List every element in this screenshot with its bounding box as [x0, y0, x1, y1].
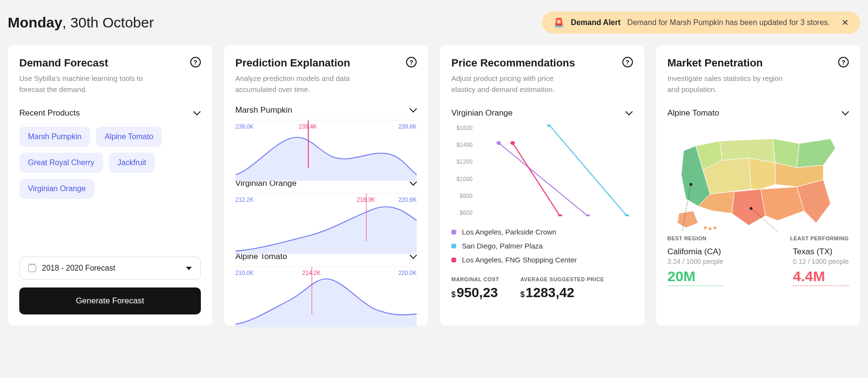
prediction-item-name: Marsh Pumpkin: [236, 105, 292, 115]
best-region-label: BEST REGION: [668, 235, 707, 241]
product-chip[interactable]: Alpine Tomato: [96, 127, 162, 147]
legend-swatch: [451, 230, 456, 235]
alert-banner[interactable]: 🚨 Demand Alert Demand for Marsh Pumpkin …: [542, 12, 860, 34]
svg-point-11: [713, 226, 716, 229]
siren-icon: 🚨: [553, 17, 564, 28]
card-title: Market Penetration: [668, 57, 793, 69]
y-tick: $1400: [451, 142, 473, 148]
stat-label: MARGINAL COST: [451, 276, 499, 282]
region-name: California (CA): [668, 247, 723, 257]
region-name: Texas (TX): [793, 247, 849, 257]
card-title: Price Recommendations: [451, 57, 577, 69]
best-region: California (CA) 3.24 / 1000 people 20M: [668, 247, 723, 286]
region-value: 20M: [668, 268, 723, 286]
chevron-down-icon: [840, 109, 849, 117]
svg-point-10: [709, 227, 711, 230]
prediction-item-header[interactable]: Marsh Pumpkin: [236, 105, 417, 115]
avg-suggested-price: AVERAGE SUGGESTED PRICE $1283,42: [520, 276, 604, 300]
least-region-label: LEAST PERFORMING: [790, 235, 849, 241]
prediction-marker: [366, 194, 367, 241]
close-icon[interactable]: ✕: [842, 17, 849, 28]
legend-item: Los Angeles, Parkside Crown: [451, 225, 633, 239]
svg-line-6: [513, 143, 560, 216]
region-per-capita: 3.24 / 1000 people: [668, 258, 723, 265]
page-title: Monday, 30th October: [8, 14, 154, 31]
prediction-chart: 210.0K 214.2K 220.0K: [236, 266, 417, 314]
legend-label: Los Angeles, Parkside Crown: [462, 228, 556, 236]
page-title-date: 30th October: [70, 14, 154, 30]
price-chart: $1600 $1400 $1200 $1000 $800 $600: [451, 125, 633, 216]
region-value: 4.4M: [793, 268, 849, 286]
legend-item: San Diego, Palmer Plaza: [451, 239, 633, 253]
market-product-select[interactable]: Alpine Tomato: [668, 108, 849, 118]
legend-label: San Diego, Palmer Plaza: [462, 242, 543, 250]
page-header: Monday, 30th October 🚨 Demand Alert Dema…: [8, 8, 860, 45]
svg-point-13: [750, 207, 752, 210]
prediction-marker: [312, 267, 313, 314]
card-price-recommendations: Price Recommendations Adjust product pri…: [440, 45, 644, 326]
chevron-down-icon: [192, 109, 201, 117]
help-icon[interactable]: ?: [622, 57, 633, 67]
card-title: Demand Forecast: [19, 57, 145, 69]
calendar-icon: [28, 264, 36, 272]
forecast-range-select[interactable]: 2018 - 2020 Forecast: [19, 257, 201, 280]
stat-value: $1283,42: [520, 285, 604, 300]
generate-forecast-button[interactable]: Generate Forecast: [19, 287, 201, 314]
svg-line-0: [549, 125, 627, 216]
y-tick: $1000: [451, 176, 473, 182]
y-tick: $1600: [451, 125, 473, 131]
legend-item: Los Angeles, FNG Shopping Center: [451, 253, 633, 267]
us-map: [668, 127, 849, 233]
recent-products-header[interactable]: Recent Products: [19, 108, 201, 118]
product-chip[interactable]: Great Royal Cherry: [19, 153, 103, 173]
marginal-cost: MARGINAL COST $950,23: [451, 276, 499, 300]
legend-swatch: [451, 244, 456, 248]
product-chip[interactable]: Marsh Pumpkin: [19, 127, 90, 147]
chevron-down-icon: [408, 106, 417, 115]
price-legend: Los Angeles, Parkside Crown San Diego, P…: [451, 225, 633, 267]
dropdown-icon: [186, 267, 192, 270]
product-chip[interactable]: Virginian Orange: [19, 179, 94, 199]
help-icon[interactable]: ?: [190, 57, 201, 67]
recent-products-label: Recent Products: [19, 108, 80, 118]
stat-label: AVERAGE SUGGESTED PRICE: [520, 276, 604, 282]
recent-products-chips: Marsh Pumpkin Alpine Tomato Great Royal …: [19, 127, 201, 199]
market-product-label: Alpine Tomato: [668, 108, 719, 118]
price-product-select[interactable]: Virginian Orange: [451, 108, 633, 118]
card-market-penetration: Market Penetration Investigate sales sta…: [656, 45, 861, 326]
card-subtitle: Investigate sales statistics by region a…: [668, 73, 793, 95]
svg-point-4: [497, 141, 501, 145]
y-tick: $600: [451, 209, 473, 216]
dashboard-grid: Demand Forecast Use Sybilla's machine le…: [8, 45, 860, 326]
card-subtitle: Adjust product pricing with price elasti…: [451, 73, 577, 95]
page-title-day: Monday: [8, 14, 62, 30]
help-icon[interactable]: ?: [406, 57, 417, 67]
card-demand-forecast: Demand Forecast Use Sybilla's machine le…: [8, 45, 212, 326]
prediction-item: Alpine Tomato 210.0K 214.2K 220.0K: [236, 252, 417, 314]
region-per-capita: 0.12 / 1000 people: [793, 258, 849, 265]
card-prediction-explanation: Prediction Explanation Analyze predictio…: [224, 45, 429, 326]
svg-point-7: [511, 141, 515, 145]
card-subtitle: Analyze prediction models and data accum…: [236, 73, 361, 95]
prediction-chart: 212.2K 216.3K 220.8K: [236, 193, 417, 241]
help-icon[interactable]: ?: [838, 57, 849, 67]
card-subtitle: Use Sybilla's machine learning tools to …: [19, 73, 145, 95]
y-tick: $1200: [451, 158, 473, 165]
price-product-label: Virginian Orange: [451, 108, 513, 118]
stat-value: $950,23: [451, 285, 499, 300]
prediction-chart: 239.0K 239.4K 239.8K: [236, 120, 417, 168]
least-region: Texas (TX) 0.12 / 1000 people 4.4M: [793, 247, 849, 286]
svg-point-9: [704, 226, 707, 229]
legend-label: Los Angeles, FNG Shopping Center: [462, 256, 577, 264]
svg-point-12: [689, 183, 692, 186]
product-chip[interactable]: Jackfruit: [109, 153, 155, 173]
forecast-range-label: 2018 - 2020 Forecast: [42, 264, 115, 273]
prediction-marker: [308, 120, 309, 168]
legend-swatch: [451, 258, 456, 262]
card-title: Prediction Explanation: [236, 57, 361, 69]
y-tick: $800: [451, 193, 473, 199]
prediction-item: Virginian Orange 212.2K 216.3K 220.8K: [236, 179, 417, 241]
alert-title: Demand Alert: [571, 18, 620, 27]
prediction-item: Marsh Pumpkin 239.0K 239.4K 239.8K: [236, 105, 417, 168]
chevron-down-icon: [624, 109, 633, 117]
